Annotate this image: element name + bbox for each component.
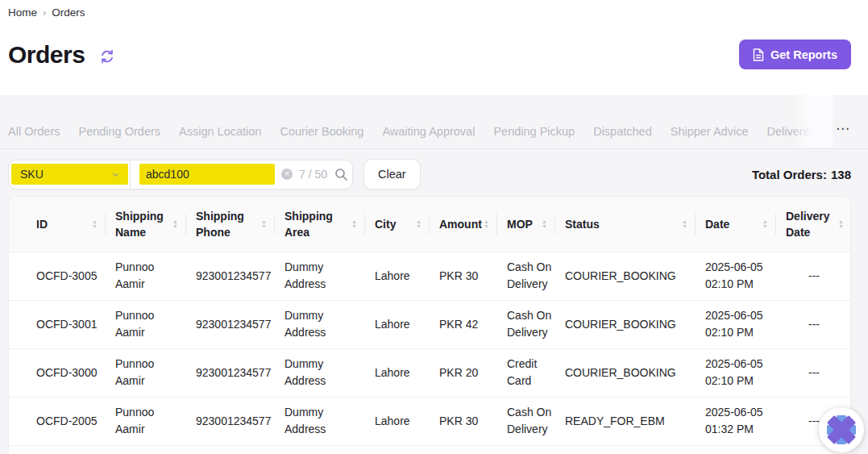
clear-input-icon[interactable]: ✕: [281, 169, 293, 180]
sort-icon: ▲▼: [484, 219, 489, 229]
cell-shipping_name: Punnoo Aamir: [106, 300, 186, 348]
tab-assign-location[interactable]: Assign Location: [179, 125, 261, 138]
cell-amount: PKR 30: [430, 397, 497, 445]
sort-icon: ▲▼: [92, 219, 98, 229]
column-label: Date: [705, 216, 762, 232]
column-label: Amount: [439, 216, 484, 232]
tabs-scroller: All OrdersPending OrdersAssign LocationC…: [8, 125, 831, 138]
cell-shipping_name: Punnoo Aamir: [106, 252, 186, 300]
table-row[interactable]: OCFD-3001Punnoo Aamir923001234577Dummy A…: [9, 300, 851, 348]
cell-amount: PKR 42: [430, 300, 497, 348]
cell-amount: PKR 30: [430, 252, 497, 300]
cell-id: OCFD-3005: [9, 252, 106, 300]
column-header-shipping_name[interactable]: Shipping Name▲▼: [106, 197, 186, 252]
content-area: All OrdersPending OrdersAssign LocationC…: [0, 95, 868, 454]
column-label: Status: [565, 216, 682, 232]
column-label: Shipping Phone: [196, 208, 261, 240]
cell-date: 2025-06-0501:32 PM: [696, 397, 776, 445]
cell-shipping_phone: 923001234577: [186, 252, 275, 300]
table-row[interactable]: OCFD-2005Punnoo Aamir923001234577Dummy A…: [9, 397, 851, 445]
cell-shipping_area: Dummy Address: [275, 397, 365, 445]
cell-mop: Cash On Delivery: [497, 252, 555, 300]
refresh-icon[interactable]: [99, 48, 115, 65]
sort-icon: ▲▼: [682, 219, 687, 229]
search-row: SKU ✕ 7 / 50 Clear To: [8, 159, 851, 190]
column-label: MOP: [507, 216, 542, 232]
report-file-icon: [753, 48, 764, 61]
column-header-status[interactable]: Status▲▼: [555, 197, 696, 252]
cell-shipping_name: Punnoo Aamir: [106, 445, 186, 454]
cell-shipping_phone: 923001234577: [186, 300, 275, 348]
cell-mop: Cash On Delivery: [497, 397, 555, 445]
column-label: Shipping Name: [115, 208, 172, 240]
column-header-shipping_phone[interactable]: Shipping Phone▲▼: [186, 197, 275, 252]
cell-id: OCFD-3000: [9, 348, 106, 397]
total-orders: Total Orders: 138: [752, 168, 851, 181]
column-header-amount[interactable]: Amount▲▼: [430, 197, 497, 252]
breadcrumb-home[interactable]: Home: [8, 6, 37, 19]
tab-pending-orders[interactable]: Pending Orders: [78, 125, 160, 138]
column-label: Delivery Date: [786, 208, 838, 240]
cell-status: COURIER_BOOKING: [555, 252, 696, 300]
tab-courier-booking[interactable]: Courier Booking: [280, 125, 363, 138]
sort-icon: ▲▼: [762, 219, 768, 229]
sort-icon: ▲▼: [838, 219, 844, 229]
get-reports-button[interactable]: Get Reports: [739, 40, 851, 69]
table-row[interactable]: OCFD-3005Punnoo Aamir923001234577Dummy A…: [9, 252, 851, 300]
more-tabs-icon[interactable]: ⋯: [831, 120, 853, 138]
search-field-highlight: SKU: [11, 164, 128, 185]
assistant-widget[interactable]: [819, 407, 864, 452]
tab-pending-pickup[interactable]: Pending Pickup: [493, 125, 575, 138]
cell-city: Lahore: [365, 397, 430, 445]
cell-shipping_phone: [186, 445, 275, 454]
column-header-id[interactable]: ID▲▼: [9, 197, 106, 252]
tab-all-orders[interactable]: All Orders: [8, 125, 60, 138]
cell-delivery_date: ---: [776, 300, 851, 348]
cell-city: Lahore: [365, 348, 430, 397]
cell-date: 2025-06-0502:10 PM: [696, 300, 776, 348]
cell-amount: [430, 445, 497, 454]
table-row[interactable]: OCFD-3000Punnoo Aamir923001234577Dummy A…: [9, 348, 851, 397]
cell-amount: PKR 20: [430, 348, 497, 397]
cell-id: OCFD-3001: [9, 300, 106, 348]
breadcrumb: Home › Orders: [8, 6, 851, 19]
column-label: City: [375, 216, 416, 232]
sort-icon: ▲▼: [172, 219, 178, 229]
tab-awaiting-approval[interactable]: Awaiting Approval: [382, 125, 475, 138]
tabs-fade: [791, 95, 833, 148]
tabs-bar: All OrdersPending OrdersAssign LocationC…: [0, 95, 868, 149]
clear-button[interactable]: Clear: [363, 159, 421, 190]
cell-delivery_date: ---: [776, 252, 851, 300]
breadcrumb-orders: Orders: [52, 6, 85, 19]
tab-dispatched[interactable]: Dispatched: [593, 125, 652, 138]
cell-status: READY_FOR_EBM: [555, 397, 696, 445]
cell-shipping_area: Dummy Address: [275, 348, 365, 397]
cell-id: OCFD-2005: [9, 397, 106, 445]
cell-city: Lahore: [365, 300, 430, 348]
column-label: ID: [36, 216, 92, 232]
cell-mop: Cash On Delivery: [497, 300, 555, 348]
tab-delivered[interactable]: Delivered: [766, 125, 816, 138]
chevron-down-icon: [111, 170, 120, 179]
column-header-city[interactable]: City▲▼: [365, 197, 430, 252]
search-icon[interactable]: [334, 168, 348, 181]
column-header-date[interactable]: Date▲▼: [696, 197, 776, 252]
search-input[interactable]: [139, 164, 275, 185]
search-divider: [130, 160, 131, 189]
get-reports-label: Get Reports: [770, 48, 837, 61]
search-field-select[interactable]: SKU: [9, 160, 130, 189]
orders-table-card: ID▲▼Shipping Name▲▼Shipping Phone▲▼Shipp…: [8, 196, 851, 454]
sort-icon: ▲▼: [261, 219, 267, 229]
sort-icon: ▲▼: [351, 219, 357, 229]
cell-shipping_phone: 923001234577: [186, 397, 275, 445]
tab-shipper-advice[interactable]: Shipper Advice: [671, 125, 749, 138]
cell-id: [9, 445, 106, 454]
cell-shipping_name: Punnoo Aamir: [106, 348, 186, 397]
char-count: 7 / 50: [299, 168, 327, 181]
cell-delivery_date: ---: [776, 348, 851, 397]
column-header-delivery_date[interactable]: Delivery Date▲▼: [776, 197, 851, 252]
table-row[interactable]: Punnoo AamirDummy AddressCash On Deliver…: [9, 445, 851, 454]
column-header-mop[interactable]: MOP▲▼: [497, 197, 555, 252]
column-header-shipping_area[interactable]: Shipping Area▲▼: [275, 197, 365, 252]
cell-shipping_area: Dummy Address: [275, 445, 365, 454]
